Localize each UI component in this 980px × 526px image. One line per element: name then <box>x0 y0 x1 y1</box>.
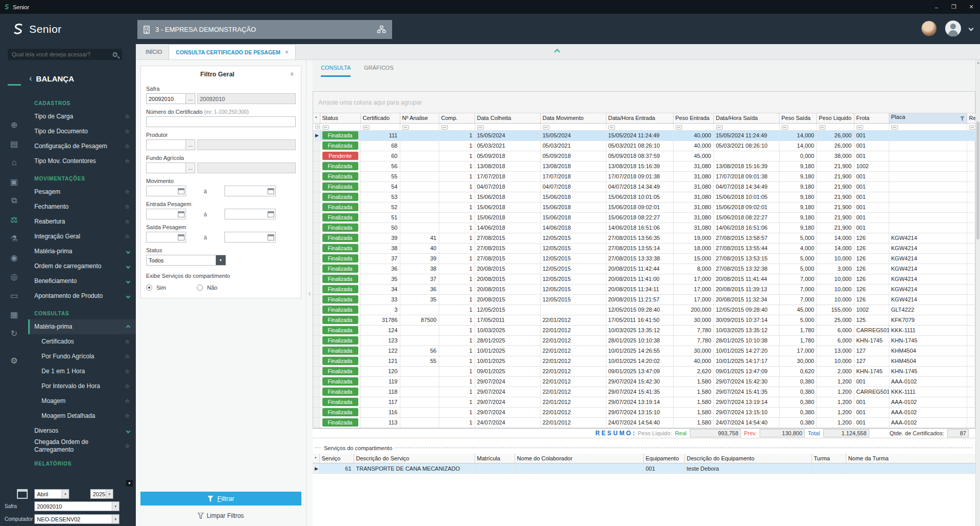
sidebar-item-apontamento-de-produto[interactable]: Apontamento de Produto <box>28 289 136 304</box>
servico-column-header-nome-da-turma[interactable]: Nome da Turma <box>846 454 975 463</box>
column-header-frota[interactable]: Frota <box>854 113 889 123</box>
column-filter-cell[interactable] <box>475 123 540 130</box>
certificate-row[interactable]: Finalizada12155110/01/202522/01/201210/0… <box>313 356 975 366</box>
sidebar-item-materia-prima[interactable]: Matéria-prima <box>28 319 136 334</box>
sidebar-item-por-fundo-agricola[interactable]: Por Fundo Agrícola☆ <box>28 349 136 364</box>
sidebar-item-tipo-mov-contentores[interactable]: Tipo Mov. Contentores☆ <box>28 154 136 169</box>
filter-operator-icon[interactable] <box>477 125 484 130</box>
favorite-star-icon[interactable]: ☆ <box>125 353 130 360</box>
close-button[interactable]: ✕ <box>963 0 980 14</box>
month-select[interactable]: Abril ▼ <box>34 489 69 499</box>
filter-row-indicator[interactable] <box>313 123 320 130</box>
sidebar-item-configuracao-de-pesagem[interactable]: Configuração de Pesagem☆ <box>28 139 136 154</box>
column-filter-funnel-icon[interactable] <box>960 116 965 122</box>
year-select[interactable]: 2025 ▼ <box>90 489 113 499</box>
column-header-peso-saida[interactable]: Peso Saída <box>779 113 816 123</box>
favorite-star-icon[interactable]: ☆ <box>125 383 130 390</box>
sidebar-item-moagem-detalhada[interactable]: Moagem Detalhada☆ <box>28 409 136 423</box>
column-filter-cell[interactable] <box>713 123 779 130</box>
minimize-button[interactable]: – <box>928 0 945 14</box>
certificate-row[interactable]: Finalizada118129/07/202422/01/201229/07/… <box>313 387 975 397</box>
movimento-from-date-input[interactable] <box>146 186 186 196</box>
filter-operator-icon[interactable] <box>363 125 370 130</box>
sidebar-item-certificados[interactable]: Certificados☆ <box>28 334 136 349</box>
filter-operator-icon[interactable] <box>676 125 682 130</box>
limpar-filtros-button[interactable]: Limpar Filtros <box>140 510 301 522</box>
column-header-certificado[interactable]: Certificado <box>360 113 400 123</box>
column-filter-cell[interactable] <box>967 123 975 130</box>
orgchart-icon[interactable] <box>377 26 386 33</box>
filter-operator-icon[interactable] <box>782 125 788 130</box>
certificate-row[interactable]: Finalizada3436120/08/201512/05/201520/08… <box>313 284 975 294</box>
gear-icon[interactable]: ⚙ <box>8 354 21 367</box>
search-icon[interactable] <box>113 52 117 57</box>
column-filter-cell[interactable] <box>606 123 673 130</box>
integration-icon[interactable]: ⧉ <box>8 194 21 207</box>
safra-description-input[interactable] <box>197 93 296 104</box>
certificate-row[interactable]: Finalizada3335120/08/201512/05/201520/08… <box>313 294 975 305</box>
group-by-bar[interactable]: Arraste uma coluna aqui para agrupar <box>313 92 975 113</box>
certificate-row[interactable]: Finalizada52115/06/201815/06/201815/06/2… <box>313 202 975 212</box>
favorite-star-icon[interactable]: ☆ <box>125 113 130 120</box>
column-filter-cell[interactable] <box>816 123 854 130</box>
safra-lookup-button[interactable]: ... <box>186 93 195 104</box>
filter-operator-icon[interactable] <box>716 125 723 130</box>
fundo-agricola-lookup-button[interactable]: ... <box>186 163 195 173</box>
calendar-icon[interactable] <box>268 234 274 240</box>
favorite-star-icon[interactable]: ☆ <box>125 158 130 165</box>
column-filter-cell[interactable] <box>540 123 606 130</box>
favorite-star-icon[interactable]: ☆ <box>125 338 130 345</box>
sidebar-item-chegada-ordem-de-carregamento[interactable]: Chegada Ordem de Carregamento☆ <box>28 438 136 454</box>
document-icon[interactable]: ▭ <box>8 289 21 301</box>
lab-icon[interactable]: ◉ <box>8 251 21 264</box>
certificate-row[interactable]: Pendente60105/09/201805/09/201805/09/201… <box>313 151 975 161</box>
tab-close-icon[interactable]: × <box>285 49 289 56</box>
favorite-star-icon[interactable]: ☆ <box>125 128 130 135</box>
saida-to-date-input[interactable] <box>224 232 276 242</box>
certificate-row[interactable]: Finalizada119129/07/202422/01/201229/07/… <box>313 376 975 387</box>
sidebar-item-materia-prima[interactable]: Matéria-prima <box>28 244 136 259</box>
sidebar-item-ordem-de-carregamento[interactable]: Ordem de carregamento <box>28 259 136 274</box>
column-filter-cell[interactable] <box>320 123 360 130</box>
servico-column-header-descricao-do-servico[interactable]: Descrição do Serviço <box>354 454 475 463</box>
filter-operator-icon[interactable] <box>402 125 409 130</box>
sidebar-item-de-1-em-1-hora[interactable]: De 1 em 1 Hora☆ <box>28 364 136 379</box>
industry-icon[interactable]: ⌂ <box>8 156 21 169</box>
column-header-data-movimento[interactable]: Data Movimento <box>540 113 606 123</box>
column-header-n-analise[interactable]: Nº Analise <box>400 113 439 123</box>
status-select[interactable]: Todos ▼ <box>146 255 226 266</box>
sidebar-item-tipo-de-carga[interactable]: Tipo de Carga☆ <box>28 109 136 124</box>
certificate-row[interactable]: Finalizada3840127/08/201512/05/201527/08… <box>313 243 975 253</box>
company-selector[interactable]: 3 - EMPRESA DEMONSTRAÇÃO <box>137 20 392 39</box>
column-filter-cell[interactable] <box>400 123 439 130</box>
filter-operator-icon[interactable] <box>441 125 448 130</box>
fundo-agricola-description-input[interactable] <box>197 163 296 173</box>
back-chevron-icon[interactable]: ‹ <box>29 74 32 83</box>
sidebar-item-por-intervalo-de-hora[interactable]: Por Intervalo de Hora☆ <box>28 379 136 394</box>
certificate-row[interactable]: Finalizada3739127/08/201512/05/201527/08… <box>313 253 975 264</box>
radio-sim[interactable] <box>146 285 152 291</box>
scale-icon[interactable]: ⚖ <box>8 213 21 226</box>
certificate-row[interactable]: Finalizada56113/08/201813/08/201813/08/2… <box>313 161 975 171</box>
column-filter-cell[interactable] <box>779 123 816 130</box>
radio-nao[interactable] <box>197 285 203 291</box>
tab-consulta[interactable]: CONSULTA <box>321 60 351 77</box>
column-filter-cell[interactable] <box>854 123 889 130</box>
module-header[interactable]: ‹ BALANÇA <box>29 74 74 83</box>
certificate-row[interactable]: Finalizada51115/06/201815/06/201815/06/2… <box>313 212 975 222</box>
certificate-row[interactable]: Finalizada12256110/01/202522/01/201210/0… <box>313 346 975 356</box>
screen-search-input[interactable] <box>8 51 113 57</box>
filter-operator-icon[interactable] <box>891 125 898 130</box>
certificate-row[interactable]: Finalizada3537120/08/201512/05/201520/08… <box>313 274 975 284</box>
menu-scroll-down-button[interactable]: ▼ <box>126 480 133 487</box>
filter-operator-icon[interactable] <box>608 125 615 130</box>
truck-icon[interactable]: ▣ <box>8 175 21 188</box>
column-filter-cell[interactable] <box>439 123 475 130</box>
favorite-star-icon[interactable]: ☆ <box>125 189 130 195</box>
sidebar-item-fechamento[interactable]: Fechamento☆ <box>28 199 136 214</box>
filter-operator-icon[interactable] <box>969 125 976 130</box>
calendar-icon[interactable] <box>268 211 274 217</box>
column-header-peso-liquido[interactable]: Peso Liquido <box>816 113 854 123</box>
produtor-lookup-button[interactable]: ... <box>186 139 195 150</box>
filter-operator-icon[interactable] <box>543 125 549 130</box>
